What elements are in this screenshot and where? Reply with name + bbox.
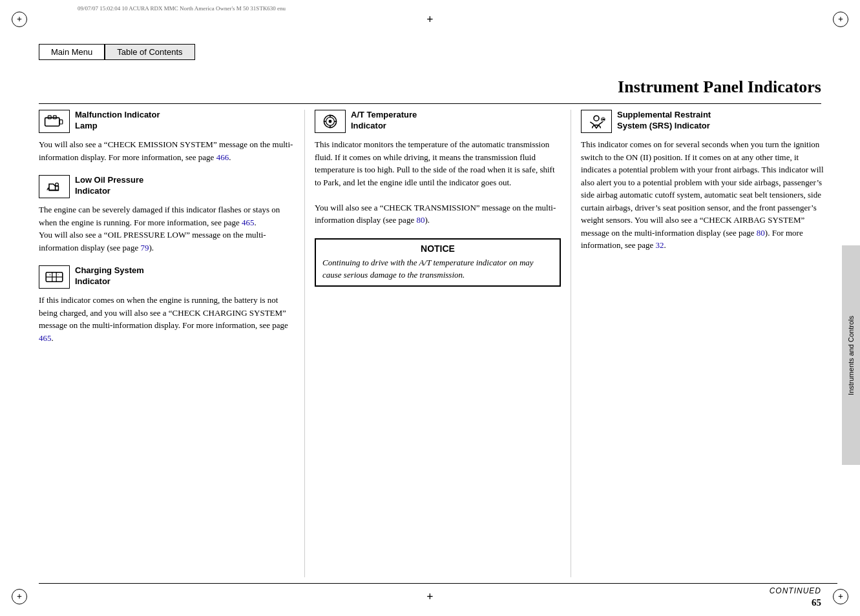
svg-rect-0 bbox=[45, 118, 59, 126]
at-temp-body: This indicator monitors the temperature … bbox=[315, 138, 561, 227]
reg-mark-br bbox=[833, 589, 848, 604]
charging-link-465[interactable]: 465 bbox=[39, 333, 52, 343]
svg-text:+: + bbox=[49, 273, 51, 276]
malfunction-title: Malfunction IndicatorLamp bbox=[75, 110, 160, 132]
malfunction-link-466[interactable]: 466 bbox=[216, 152, 229, 162]
svg-point-18 bbox=[329, 120, 332, 123]
charge-svg-icon: + - bbox=[44, 268, 65, 286]
at-temp-section: A/T TemperatureIndicator This indicator … bbox=[315, 110, 561, 227]
charging-body: If this indicator comes on when the engi… bbox=[39, 294, 295, 344]
svg-point-19 bbox=[594, 116, 599, 121]
at-temp-header: A/T TemperatureIndicator bbox=[315, 110, 561, 133]
center-mark-top bbox=[423, 12, 438, 27]
page-number: 65 bbox=[812, 597, 821, 608]
srs-svg-icon bbox=[586, 112, 607, 130]
srs-icon bbox=[581, 110, 612, 133]
low-oil-link-79[interactable]: 79 bbox=[140, 243, 149, 252]
at-temp-svg-icon bbox=[320, 112, 341, 130]
reg-mark-tl bbox=[12, 12, 27, 27]
charging-title: Charging SystemIndicator bbox=[75, 265, 144, 287]
at-temp-icon bbox=[315, 110, 346, 133]
header-meta: 09/07/07 15:02:04 10 ACURA RDX MMC North… bbox=[78, 5, 286, 12]
column-2: A/T TemperatureIndicator This indicator … bbox=[305, 110, 571, 577]
notice-body: Continuing to drive with the A/T tempera… bbox=[322, 256, 553, 282]
low-oil-icon bbox=[39, 175, 70, 198]
malfunction-icon bbox=[39, 110, 70, 133]
column-1: Malfunction IndicatorLamp You will also … bbox=[39, 110, 305, 577]
side-tab: Instruments and Controls bbox=[842, 245, 860, 465]
low-oil-section: Low Oil PressureIndicator The engine can… bbox=[39, 175, 295, 254]
low-oil-link-465[interactable]: 465 bbox=[242, 218, 255, 227]
at-temp-link-80[interactable]: 80 bbox=[416, 215, 425, 225]
svg-text:-: - bbox=[58, 273, 59, 276]
charging-icon: + - bbox=[39, 265, 70, 289]
center-mark-bottom bbox=[423, 589, 438, 604]
malfunction-body: You will also see a “CHECK EMISSION SYST… bbox=[39, 138, 295, 163]
srs-section: Supplemental RestraintSystem (SRS) Indic… bbox=[581, 110, 828, 252]
notice-title: NOTICE bbox=[322, 243, 553, 254]
engine-svg-icon bbox=[44, 112, 65, 130]
low-oil-header: Low Oil PressureIndicator bbox=[39, 175, 295, 198]
top-rule bbox=[39, 103, 821, 104]
at-temp-title: A/T TemperatureIndicator bbox=[351, 110, 417, 132]
srs-body: This indicator comes on for several seco… bbox=[581, 138, 828, 252]
low-oil-title: Low Oil PressureIndicator bbox=[75, 175, 143, 197]
srs-title: Supplemental RestraintSystem (SRS) Indic… bbox=[617, 110, 711, 132]
srs-link-32[interactable]: 32 bbox=[656, 240, 664, 250]
notice-box: NOTICE Continuing to drive with the A/T … bbox=[315, 238, 561, 287]
malfunction-section: Malfunction IndicatorLamp You will also … bbox=[39, 110, 295, 163]
low-oil-body: The engine can be severely damaged if th… bbox=[39, 203, 295, 254]
main-menu-button[interactable]: Main Menu bbox=[39, 44, 105, 60]
srs-header: Supplemental RestraintSystem (SRS) Indic… bbox=[581, 110, 828, 133]
page-title: Instrument Panel Indicators bbox=[618, 77, 821, 97]
nav-buttons: Main Menu Table of Contents bbox=[39, 44, 195, 60]
toc-button[interactable]: Table of Contents bbox=[105, 44, 194, 60]
charging-header: + - Charging SystemIndicator bbox=[39, 265, 295, 289]
charging-section: + - Charging SystemIndicator If this ind… bbox=[39, 265, 295, 344]
oil-svg-icon bbox=[44, 178, 65, 196]
bottom-rule bbox=[39, 583, 837, 584]
reg-mark-tr bbox=[833, 12, 848, 27]
continued-text: CONTINUED bbox=[770, 586, 821, 595]
content-area: Malfunction IndicatorLamp You will also … bbox=[39, 110, 837, 577]
malfunction-header: Malfunction IndicatorLamp bbox=[39, 110, 295, 133]
srs-link-80[interactable]: 80 bbox=[757, 228, 765, 238]
reg-mark-bl bbox=[12, 589, 27, 604]
column-3: Supplemental RestraintSystem (SRS) Indic… bbox=[571, 110, 837, 577]
side-tab-text: Instruments and Controls bbox=[847, 316, 855, 395]
